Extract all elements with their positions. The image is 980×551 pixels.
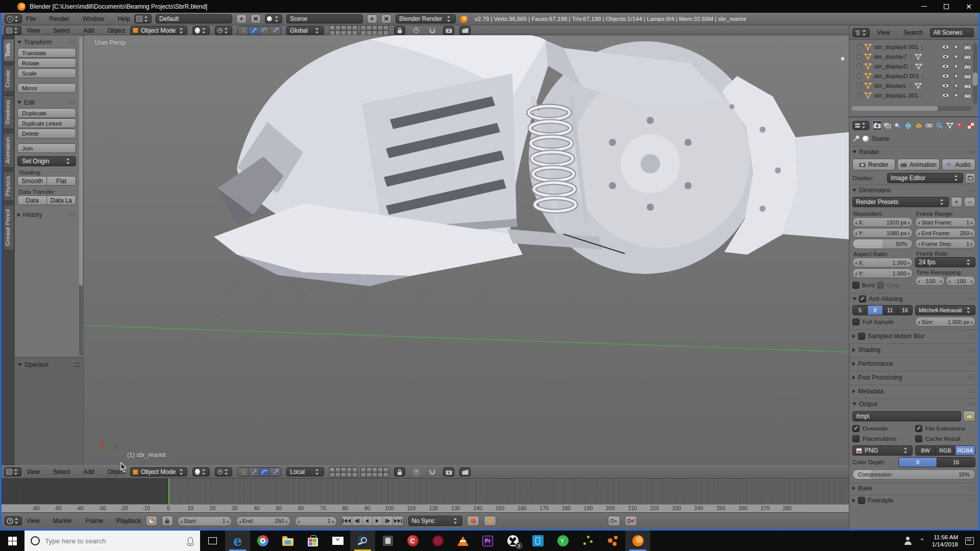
layer-cell[interactable] [366,472,372,477]
auto-keyframe-button[interactable] [484,516,496,526]
taskbar-chrome[interactable] [250,531,275,551]
browse-folder-button[interactable] [963,411,975,421]
manipulator-translate-icon-bottom[interactable] [249,468,259,476]
screen-layout-icon-button[interactable] [134,14,152,23]
menu-item-select[interactable]: Select [53,27,70,34]
taskbar-edge[interactable]: e [225,531,250,551]
editor-type-3dview-button[interactable] [4,26,21,35]
outliner-vscrollbar[interactable] [973,43,977,104]
remove-scene-button[interactable]: ✕ [381,14,391,23]
resolution-scale-slider[interactable]: 50% [852,239,913,249]
menu-item-add[interactable]: Add [83,468,94,475]
tool-shelf-scrollbar[interactable] [79,37,83,356]
tray-expand-icon[interactable]: ⌃ [919,537,925,545]
frame-step-field[interactable]: Frame Step:1 [915,239,975,248]
proportional-edit-button-bottom[interactable] [410,467,422,477]
viewport-3d[interactable]: User Persp y (1) sbr_rearint [83,35,849,465]
output-panel-header[interactable]: Output [852,399,975,409]
aspect-y-field[interactable]: Y:1.000 [852,268,913,278]
microphone-icon[interactable] [188,537,193,544]
full-sample-checkbox[interactable] [852,318,860,325]
record-button[interactable] [467,516,479,526]
file-extensions-checkbox[interactable] [915,425,922,432]
menu-item-render[interactable]: Render [49,15,69,22]
expand-icon[interactable]: + [856,54,862,59]
layer-cell[interactable] [372,472,377,477]
border-checkbox[interactable] [852,282,860,289]
snap-button[interactable] [427,26,438,35]
jump-prev-keyframe-button[interactable] [352,516,362,525]
taskbar-beamng[interactable] [600,531,625,551]
layer-cell[interactable] [335,31,340,35]
layer-cell[interactable] [361,26,366,30]
menu-item-window[interactable]: Window [83,15,105,22]
renderable-camera-icon[interactable] [964,54,971,60]
jump-to-start-button[interactable] [342,516,352,525]
set-origin-dropdown[interactable]: Set Origin [17,156,76,166]
taskbar-premiere[interactable]: Pr [475,531,500,551]
scene-tab-icon[interactable] [893,120,902,131]
seg-option[interactable]: 16 [898,306,912,315]
resolution-x-field[interactable]: X:1920 px [852,217,913,227]
taskbar-file-explorer[interactable] [275,531,300,551]
pivot-point-selector-top[interactable] [215,26,232,35]
outliner-scope-selector[interactable]: All Scenes [930,28,974,37]
remove-preset-button[interactable]: − [964,197,975,207]
aa-size-field[interactable]: Size:1.000 px [915,317,975,327]
sync-mode-dropdown[interactable]: No Sync [408,516,462,526]
aa-filter-dropdown[interactable]: Mitchell-Netravali [915,305,975,315]
renderable-camera-icon[interactable] [964,63,971,69]
play-reverse-button[interactable] [362,516,373,525]
taskbar-search[interactable] [24,531,200,551]
layer-grid-b-bottom[interactable] [360,467,389,478]
dimensions-panel-header[interactable]: Dimensions [852,185,975,195]
preview-range-button[interactable] [146,516,157,526]
screen-layout-selector[interactable]: Default [156,14,232,23]
selectable-cursor-icon[interactable] [954,44,959,50]
audio-button[interactable]: Audio [942,159,975,170]
layer-cell[interactable] [366,26,372,30]
action-center-icon[interactable] [965,537,974,545]
shade-flat-button[interactable]: Flat [47,176,76,186]
menu-item-help[interactable]: Help [117,15,130,22]
render-opengl-anim-button[interactable] [459,26,471,35]
taskbar-node-app[interactable] [575,531,600,551]
freestyle-checkbox[interactable] [858,497,865,504]
remap-old-field[interactable]: :100 [915,276,945,286]
frame-rate-dropdown[interactable]: 24 fps [915,257,975,267]
frame-end-field[interactable]: End:250 [236,516,290,526]
seg-option[interactable]: 5 [853,306,868,315]
data-button[interactable]: Data [17,195,47,205]
jump-next-keyframe-button[interactable] [383,516,393,525]
crop-checkbox[interactable] [877,282,884,289]
outliner-row[interactable]: + sbr_display6.001 | [849,42,978,52]
seg-option[interactable]: 8 [868,306,883,315]
render-opengl-button-bottom[interactable] [443,467,454,477]
maximize-button[interactable] [935,0,958,13]
start-button[interactable] [0,531,24,551]
layer-cell[interactable] [341,472,346,477]
seg-option[interactable]: RGBA [955,446,975,455]
pivot-point-selector-bottom[interactable] [215,467,232,477]
layer-cell[interactable] [335,472,340,477]
operator-menu-icon[interactable] [74,363,80,367]
timeline-editor[interactable]: -60-50-40-30-20-100102030405060708090100… [2,479,849,512]
layer-cell[interactable] [378,467,383,472]
material-tab-icon[interactable] [955,120,965,131]
layer-cell[interactable] [347,26,352,30]
proportional-edit-button[interactable] [410,26,422,35]
layer-cell[interactable] [383,31,388,35]
outliner-row[interactable]: + sbr_display7 | [849,52,978,61]
manipulator-scale-icon-bottom[interactable] [270,468,281,476]
layer-grid-b[interactable] [360,25,389,36]
taskbar-red-circle-app[interactable] [425,531,450,551]
layer-cell[interactable] [372,467,377,472]
menu-item-object[interactable]: Object [108,27,126,34]
add-preset-button[interactable]: + [951,197,962,207]
renderable-camera-icon[interactable] [964,44,971,50]
visibility-eye-icon[interactable] [942,44,949,49]
pin-icon[interactable] [852,135,860,142]
transform-orientation-top[interactable]: Global [286,26,324,35]
visibility-eye-icon[interactable] [942,73,949,79]
layer-cell[interactable] [352,467,357,472]
